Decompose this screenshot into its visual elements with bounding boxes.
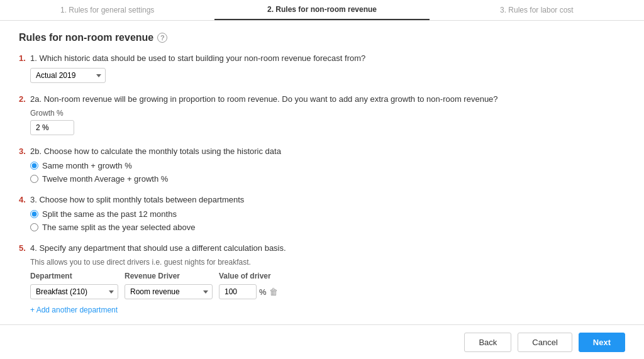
question-1-label: 1. 1. Which historic data should be used… [19, 53, 625, 63]
driver-dropdown[interactable]: Room revenue Guest nights Occupied rooms [125, 284, 213, 299]
nav-step-1[interactable]: 1. Rules for general settings [0, 6, 214, 19]
q2b-radio-1[interactable]: Same month + growth % [30, 161, 625, 170]
question-1-block: 1. 1. Which historic data should be used… [19, 53, 625, 83]
nav-step-3[interactable]: 3. Rules for labor cost [430, 6, 644, 19]
question-1-text: 1. Which historic data should be used to… [30, 53, 365, 63]
question-3-text: 3. Choose how to split monthly totals be… [30, 195, 244, 204]
q2b-radio-1-input[interactable] [30, 162, 38, 170]
step-num-5: 5. [19, 243, 26, 253]
question-2b-block: 3. 2b. Choose how to calculate the month… [19, 146, 625, 184]
q2b-radio-2-label: Twelve month Average + growth % [42, 174, 168, 184]
q4-table-section: This allows you to use direct drivers i.… [30, 258, 625, 314]
delete-row-icon[interactable]: 🗑 [269, 287, 278, 297]
q3-radio-2-label: The same split as the year selected abov… [42, 223, 196, 232]
growth-input-group: Growth % [30, 109, 625, 135]
growth-input[interactable] [30, 120, 74, 135]
question-4-text: 4. Specify any department that should us… [30, 243, 286, 253]
q3-radio-1-label: Split the same as the past 12 months [42, 209, 177, 219]
question-4-block: 5. 4. Specify any department that should… [19, 243, 625, 314]
table-header: Department Revenue Driver Value of drive… [30, 272, 625, 280]
step-num-1: 1. [19, 53, 26, 63]
q3-radio-1[interactable]: Split the same as the past 12 months [30, 209, 625, 219]
growth-label: Growth % [30, 109, 625, 118]
question-2b-text: 2b. Choose how to calculate the monthly … [30, 146, 281, 156]
question-4-label: 5. 4. Specify any department that should… [19, 243, 625, 253]
main-content: Rules for non-room revenue ? 1. 1. Which… [0, 21, 644, 319]
question-2a-block: 2. 2a. Non-room revenue will be growing … [19, 94, 625, 135]
driver-value-input[interactable] [219, 284, 257, 299]
step-num-4: 4. [19, 195, 26, 204]
question-3-block: 4. 3. Choose how to split monthly totals… [19, 195, 625, 232]
next-button[interactable]: Next [579, 333, 625, 352]
top-nav: 1. Rules for general settings 2. Rules f… [0, 0, 644, 21]
question-2a-text: 2a. Non-room revenue will be growing in … [30, 94, 498, 104]
question-2a-label: 2. 2a. Non-room revenue will be growing … [19, 94, 625, 104]
percent-symbol: % [259, 287, 267, 297]
page-title-row: Rules for non-room revenue ? [19, 32, 625, 43]
col-header-driver: Revenue Driver [125, 272, 213, 280]
q1-dropdown-wrapper: Actual 2019 Actual 2018 Actual 2017 Budg… [30, 68, 625, 83]
historic-data-dropdown[interactable]: Actual 2019 Actual 2018 Actual 2017 Budg… [30, 68, 106, 83]
q2b-radio-2-input[interactable] [30, 175, 38, 183]
step-num-2: 2. [19, 94, 26, 104]
nav-step-2[interactable]: 2. Rules for non-room revenue [214, 5, 429, 20]
add-department-link[interactable]: + Add another department [30, 306, 118, 314]
q4-sub-desc: This allows you to use direct drivers i.… [30, 258, 625, 267]
cancel-button[interactable]: Cancel [518, 333, 572, 352]
q3-radio-1-input[interactable] [30, 210, 38, 218]
q2b-radio-1-label: Same month + growth % [42, 161, 132, 170]
table-row: Breakfast (210) Bar Restaurant Spa Room … [30, 284, 625, 299]
question-2b-label: 3. 2b. Choose how to calculate the month… [19, 146, 625, 156]
step-num-3: 3. [19, 146, 26, 156]
question-3-label: 4. 3. Choose how to split monthly totals… [19, 195, 625, 204]
dept-dropdown[interactable]: Breakfast (210) Bar Restaurant Spa [30, 284, 118, 299]
q2b-radio-2[interactable]: Twelve month Average + growth % [30, 174, 625, 184]
q3-radio-2[interactable]: The same split as the year selected abov… [30, 223, 625, 232]
page-title: Rules for non-room revenue [19, 32, 153, 43]
add-department-label: + Add another department [30, 306, 118, 314]
bottom-bar: Back Cancel Next [0, 324, 644, 359]
q3-radio-2-input[interactable] [30, 223, 38, 231]
value-wrapper: % 🗑 [219, 284, 278, 299]
q3-radio-group: Split the same as the past 12 months The… [30, 209, 625, 232]
back-button[interactable]: Back [464, 333, 511, 352]
col-header-value: Value of driver [219, 272, 282, 280]
col-header-dept: Department [30, 272, 118, 280]
q2b-radio-group: Same month + growth % Twelve month Avera… [30, 161, 625, 184]
help-icon[interactable]: ? [157, 33, 167, 43]
